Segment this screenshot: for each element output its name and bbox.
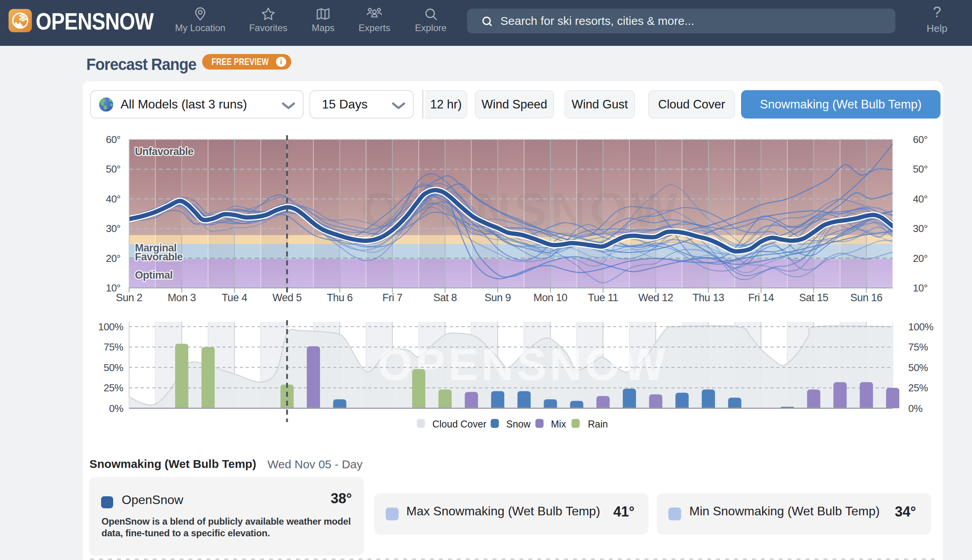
svg-text:Sun 16: Sun 16	[850, 292, 883, 304]
svg-text:25%: 25%	[103, 382, 123, 394]
svg-text:60°: 60°	[913, 134, 928, 145]
svg-text:Cloud Cover: Cloud Cover	[432, 419, 486, 429]
svg-text:Rain: Rain	[588, 419, 608, 429]
svg-text:Mon 3: Mon 3	[168, 292, 196, 304]
svg-text:Tue 4: Tue 4	[222, 292, 247, 304]
svg-text:Tue 11: Tue 11	[588, 292, 618, 304]
svg-text:Fri 14: Fri 14	[748, 292, 774, 304]
svg-text:Wed 5: Wed 5	[273, 292, 302, 304]
svg-text:25%: 25%	[908, 382, 928, 394]
svg-text:60°: 60°	[106, 134, 121, 145]
svg-text:Fri 7: Fri 7	[382, 292, 402, 304]
svg-text:50°: 50°	[106, 163, 121, 175]
svg-text:Snow: Snow	[506, 419, 531, 429]
svg-text:Wed 12: Wed 12	[638, 292, 673, 304]
svg-text:Favorable: Favorable	[135, 251, 183, 263]
svg-text:40°: 40°	[913, 193, 928, 205]
svg-text:Thu 13: Thu 13	[692, 292, 724, 304]
svg-text:30°: 30°	[106, 223, 121, 234]
svg-text:0%: 0%	[109, 403, 123, 414]
svg-text:Mix: Mix	[551, 419, 566, 429]
svg-text:50%: 50%	[103, 362, 123, 373]
svg-text:30°: 30°	[913, 223, 928, 234]
svg-text:Sat 8: Sat 8	[433, 292, 457, 304]
svg-text:0%: 0%	[908, 403, 923, 414]
svg-text:40°: 40°	[106, 193, 121, 205]
svg-text:100%: 100%	[98, 321, 124, 333]
svg-text:Unfavorable: Unfavorable	[135, 146, 194, 157]
svg-text:Optimal: Optimal	[135, 269, 173, 281]
svg-text:100%: 100%	[908, 321, 934, 333]
svg-text:50°: 50°	[913, 163, 928, 175]
svg-text:Mon 10: Mon 10	[533, 292, 567, 304]
svg-text:20°: 20°	[106, 253, 121, 264]
svg-text:50%: 50%	[908, 362, 928, 373]
svg-text:Thu 6: Thu 6	[327, 292, 353, 304]
svg-text:75%: 75%	[103, 341, 123, 353]
svg-text:20°: 20°	[913, 253, 928, 264]
svg-text:75%: 75%	[908, 341, 928, 353]
svg-text:10°: 10°	[106, 282, 121, 294]
svg-text:Sun 9: Sun 9	[484, 292, 511, 304]
svg-text:Sat 15: Sat 15	[799, 292, 828, 304]
svg-text:10°: 10°	[913, 282, 928, 294]
